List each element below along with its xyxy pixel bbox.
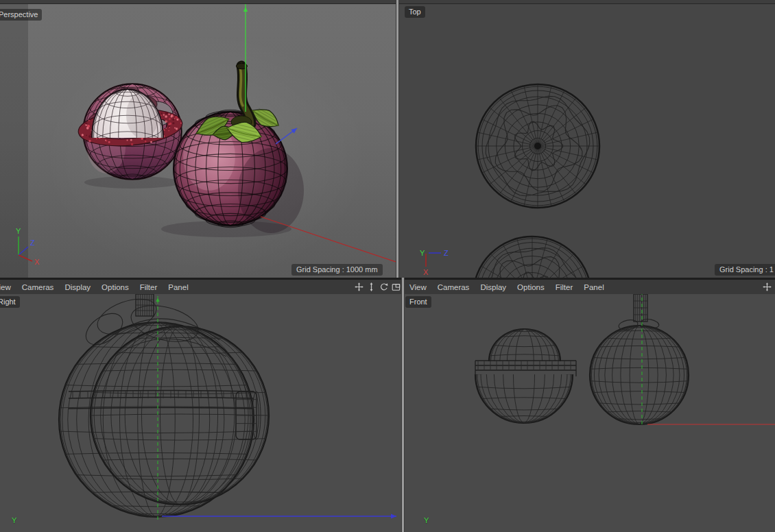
viewport-label-top: Top: [405, 6, 425, 18]
viewport-front[interactable]: Front Y: [405, 294, 775, 532]
dolly-icon[interactable]: [367, 282, 376, 291]
axis-z-label: Z: [30, 239, 35, 247]
axis-x-label: X: [423, 268, 429, 276]
menu-item-panel[interactable]: Panel: [168, 283, 188, 291]
viewport-label-front: Front: [405, 296, 431, 308]
rim-edge: [69, 408, 254, 409]
menu-item-options[interactable]: Options: [102, 283, 129, 291]
axis-y-label: Y: [420, 249, 425, 257]
viewport-menubar-front-view: ViewCamerasDisplayOptionsFilterPanel: [405, 279, 775, 294]
viewport-label-right: Right: [0, 296, 20, 308]
grid-spacing-badge: Grid Spacing : 1000 mm: [291, 264, 383, 276]
grid-spacing-badge: Grid Spacing : 1: [715, 264, 775, 276]
axis-gizmo: YZX: [420, 249, 449, 276]
menu-item-cameras[interactable]: Cameras: [22, 283, 54, 291]
axis-y-label: Y: [424, 516, 429, 524]
menu-item-display[interactable]: Display: [480, 283, 506, 291]
viewport-top[interactable]: YZX Top Grid Spacing : 1: [399, 4, 775, 278]
axis-z-label: Z: [444, 249, 449, 257]
menu-item-display[interactable]: Display: [64, 283, 91, 291]
axis-gizmo: YZX: [16, 227, 40, 266]
maximize-icon[interactable]: [392, 282, 401, 291]
application-window: YZX Perspective Grid Spacing : 1000 mm Y…: [0, 0, 775, 532]
viewport-perspective[interactable]: YZX Perspective Grid Spacing : 1000 mm: [0, 4, 396, 278]
move-icon[interactable]: [355, 282, 363, 291]
menu-item-options[interactable]: Options: [517, 283, 545, 291]
viewport-menubar-right-view: ViewCamerasDisplayOptionsFilterPanel: [0, 279, 401, 294]
move-icon[interactable]: [763, 282, 772, 291]
menu-item-filter[interactable]: Filter: [140, 283, 158, 291]
axis-y-label: Y: [12, 516, 16, 524]
rotate-icon[interactable]: [379, 282, 388, 291]
x-axis-line: [261, 217, 396, 262]
right-canvas: [0, 294, 401, 532]
menu-item-cameras[interactable]: Cameras: [438, 283, 470, 291]
menu-item-view[interactable]: View: [0, 283, 11, 291]
top-canvas: YZX: [399, 4, 775, 278]
axis-y-label: Y: [16, 227, 21, 235]
menu-item-panel[interactable]: Panel: [584, 283, 604, 291]
vertical-divider-top[interactable]: [396, 0, 399, 278]
menu-item-view[interactable]: View: [409, 283, 427, 291]
rim-edge: [69, 398, 254, 399]
axis-x-label: X: [34, 258, 40, 266]
leaf-wire: [93, 294, 161, 341]
menu-item-filter[interactable]: Filter: [556, 283, 573, 291]
viewport-label-perspective: Perspective: [0, 9, 42, 21]
viewport-right[interactable]: Right Y: [0, 294, 401, 532]
perspective-canvas: YZX: [0, 4, 396, 278]
front-canvas: [405, 294, 775, 532]
